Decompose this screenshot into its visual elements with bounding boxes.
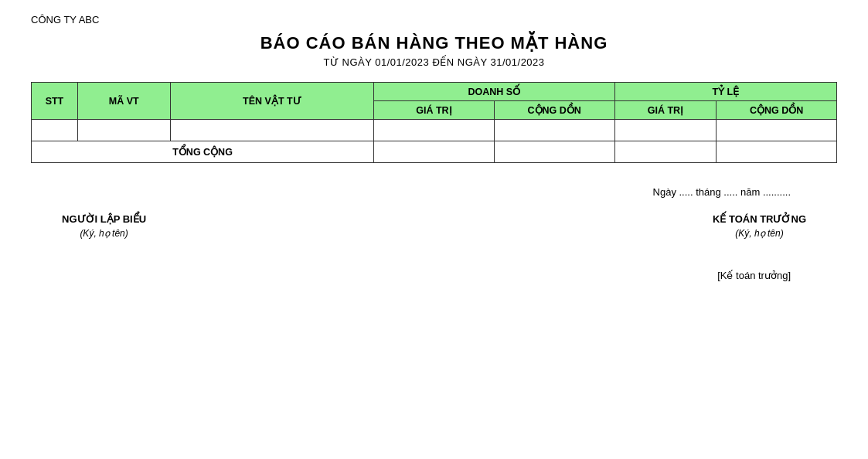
table-row	[32, 120, 837, 141]
sig-left-title: NGƯỜI LẬP BIỂU	[62, 213, 146, 225]
sig-right-title: KẾ TOÁN TRƯỞNG	[713, 213, 806, 225]
report-title-section: BÁO CÁO BÁN HÀNG THEO MẶT HÀNG TỪ NGÀY 0…	[31, 33, 837, 68]
company-name: CÔNG TY ABC	[31, 14, 837, 26]
signatures-section: NGƯỜI LẬP BIỂU (Ký, họ tên) KẾ TOÁN TRƯỞ…	[31, 213, 837, 239]
cell-mavt	[77, 120, 170, 141]
signature-right: KẾ TOÁN TRƯỞNG (Ký, họ tên)	[713, 213, 806, 239]
footer-ke-toan: [Kế toán trưởng]	[31, 270, 837, 281]
total-label: TỔNG CỘNG	[32, 141, 374, 163]
report-table: STT MÃ VT TÊN VẬT TƯ DOANH SỐ TỶ LỆ GIÁ …	[31, 82, 837, 163]
signature-left: NGƯỜI LẬP BIỂU (Ký, họ tên)	[62, 213, 146, 239]
sig-left-note: (Ký, họ tên)	[62, 228, 146, 239]
cell-congdon2	[717, 120, 837, 141]
col-header-gia-tri2: GIÁ TRỊ	[614, 101, 717, 120]
cell-congdon	[494, 120, 614, 141]
col-header-ty-le: TỶ LỆ	[614, 83, 837, 101]
total-giatri2	[614, 141, 717, 163]
col-header-gia-tri: GIÁ TRỊ	[374, 101, 495, 120]
cell-stt	[32, 120, 78, 141]
total-row: TỔNG CỘNG	[32, 141, 837, 163]
total-congdon2	[717, 141, 837, 163]
col-header-cong-don2: CỘNG DỒN	[717, 101, 837, 120]
sig-right-note: (Ký, họ tên)	[713, 228, 806, 239]
col-header-tenvt: TÊN VẬT TƯ	[170, 83, 373, 120]
cell-tenvt	[170, 120, 373, 141]
col-header-doanh-so: DOANH SỐ	[374, 83, 614, 101]
total-giatri	[374, 141, 495, 163]
col-header-stt: STT	[32, 83, 78, 120]
col-header-cong-don: CỘNG DỒN	[494, 101, 614, 120]
cell-giatri2	[614, 120, 717, 141]
total-congdon	[494, 141, 614, 163]
cell-giatri	[374, 120, 495, 141]
col-header-mavt: MÃ VT	[77, 83, 170, 120]
signature-date: Ngày ..... tháng ..... năm ..........	[31, 186, 837, 198]
report-title: BÁO CÁO BÁN HÀNG THEO MẶT HÀNG	[31, 33, 837, 53]
report-subtitle: TỪ NGÀY 01/01/2023 ĐẾN NGÀY 31/01/2023	[31, 56, 837, 68]
